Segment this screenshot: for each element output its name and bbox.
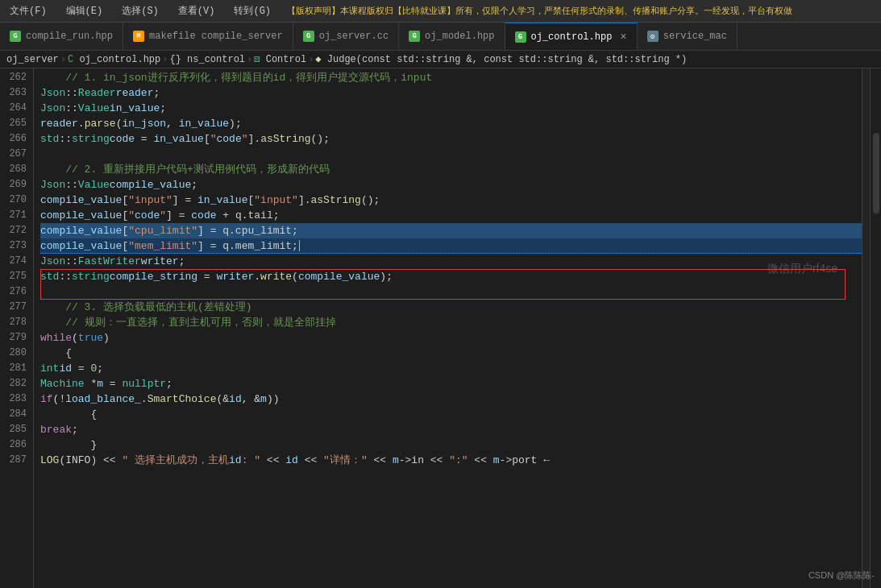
breadcrumb-ns-icon: {} [169,54,187,65]
tab-icon-compile_run: G [10,31,21,42]
line-number-269: 269 [3,177,27,193]
line-number-282: 282 [3,376,27,391]
tab-icon-makefile: M [133,31,144,42]
tab-label-service_mac: service_mac [663,31,727,42]
breadcrumb-sep-0: › [60,54,66,65]
line-number-265: 265 [3,116,27,131]
line-number-284: 284 [3,407,27,422]
code-line-263: Json::Reader reader; [40,85,862,101]
line-number-272: 272 [3,223,27,238]
line-number-278: 278 [3,315,27,330]
line-number-267: 267 [3,147,27,162]
breadcrumb-item-1[interactable]: C oj_control.hpp [68,54,160,65]
code-line-277: // 3. 选择负载最低的主机(差错处理) [40,300,862,315]
code-line-287: LOG(INFO) << " 选择主机成功，主机id: " << id << "… [40,453,862,468]
tab-label-oj_control: oj_control.hpp [531,31,613,43]
menu-goto[interactable]: 转到(G) [231,2,274,19]
line-number-275: 275 [3,269,27,284]
scrollbar-track[interactable] [873,133,879,213]
code-line-282: Machine *m = nullptr; [40,376,862,391]
tab-oj_model[interactable]: Goj_model.hpp [399,23,505,50]
code-line-266: std::string code = in_value["code"].asSt… [40,131,862,147]
breadcrumb-sep-2: › [247,54,252,65]
breadcrumb-item-4[interactable]: ◆ Judge(const std::string &, const std::… [315,53,687,65]
breadcrumb-class-icon: ⚄ [254,54,265,65]
line-number-263: 263 [3,85,27,101]
breadcrumb: oj_server › C oj_control.hpp › {} ns_con… [0,51,881,68]
code-line-286: } [40,437,862,453]
code-line-280: { [40,346,862,361]
editor-container: 2622632642652662672682692702712722732742… [0,68,881,588]
tab-compile_run[interactable]: Gcompile_run.hpp [0,23,123,50]
code-line-265: reader.parse(in_json, in_value); [40,116,862,131]
code-line-279: while(true) [40,330,862,346]
line-number-273: 273 [3,238,27,254]
code-line-276 [40,284,862,300]
tab-label-oj_server: oj_server.cc [319,31,389,42]
tab-service_mac[interactable]: ⚙service_mac [638,23,738,50]
code-line-274: Json::FastWriter writer; [40,254,862,269]
menu-select[interactable]: 选择(S) [118,2,162,19]
code-line-273: compile_value["mem_limit"] = q.mem_limit… [40,238,862,254]
line-number-287: 287 [3,453,27,468]
text-cursor [299,240,300,251]
title-bar: 文件(F) 编辑(E) 选择(S) 查看(V) 转到(G) 【版权声明】本课程版… [0,0,881,23]
tab-label-compile_run: compile_run.hpp [26,31,113,42]
minimap [862,68,870,588]
code-line-264: Json::Value in_value; [40,101,862,116]
tab-icon-oj_server: G [303,31,314,42]
code-area[interactable]: 微信用户rf4se // 1. in_json进行反序列化，得到题目的id，得到… [34,68,862,588]
line-number-274: 274 [3,254,27,269]
line-number-286: 286 [3,437,27,453]
breadcrumb-fn-icon: ◆ [315,54,326,65]
csdn-watermark: CSDN @陈陈陈- [808,569,875,582]
copyright-notice: 【版权声明】本课程版权归【比特就业课】所有，仅限个人学习，严禁任何形式的录制、传… [287,5,875,17]
code-line-281: int id = 0; [40,361,862,376]
tab-icon-service_mac: ⚙ [647,31,659,42]
code-line-272: compile_value["cpu_limit"] = q.cpu_limit… [40,223,862,238]
breadcrumb-item-3[interactable]: ⚄ Control [254,53,306,65]
line-number-285: 285 [3,422,27,437]
code-line-275: std::string compile_string = writer.writ… [40,269,862,284]
line-number-283: 283 [3,391,27,407]
line-number-281: 281 [3,361,27,376]
tab-label-makefile: makefile compile_server [149,31,283,42]
line-number-264: 264 [3,101,27,116]
menu-edit[interactable]: 编辑(E) [63,2,106,19]
menu-file[interactable]: 文件(F) [6,2,50,19]
breadcrumb-file-icon: C [68,54,79,65]
code-line-269: Json::Value compile_value; [40,177,862,193]
code-line-270: compile_value["input"] = in_value["input… [40,193,862,208]
code-line-262: // 1. in_json进行反序列化，得到题目的id，得到用户提交源代码，in… [40,70,862,85]
breadcrumb-sep-3: › [308,54,314,65]
scrollbar-area[interactable] [870,68,881,588]
tab-oj_server[interactable]: Goj_server.cc [293,23,399,50]
code-line-271: compile_value["code"] = code + q.tail; [40,208,862,223]
line-number-276: 276 [3,284,27,300]
line-number-262: 262 [3,70,27,85]
line-number-279: 279 [3,330,27,346]
tab-oj_control[interactable]: Goj_control.hpp× [505,23,638,50]
code-line-278: // 规则：一直选择，直到主机可用，否则，就是全部挂掉 [40,315,862,330]
tab-icon-oj_control: G [515,31,526,43]
line-number-280: 280 [3,346,27,361]
tab-icon-oj_model: G [409,31,420,42]
line-number-271: 271 [3,208,27,223]
tab-label-oj_model: oj_model.hpp [425,31,494,42]
code-line-283: if(!load_blance_.SmartChoice(&id, &m)) [40,391,862,407]
breadcrumb-item-2[interactable]: {} ns_control [169,54,245,65]
tab-bar: Gcompile_run.hppMmakefile compile_server… [0,23,881,51]
line-number-270: 270 [3,193,27,208]
breadcrumb-item-0[interactable]: oj_server [6,54,59,65]
menu-view[interactable]: 查看(V) [175,2,218,19]
breadcrumb-sep-1: › [162,54,168,65]
code-line-267 [40,147,862,162]
code-line-284: { [40,407,862,422]
code-line-285: break; [40,422,862,437]
line-numbers: 2622632642652662672682692702712722732742… [0,68,34,588]
code-line-268: // 2. 重新拼接用户代码+测试用例代码，形成新的代码 [40,162,862,177]
line-number-266: 266 [3,131,27,147]
tab-makefile[interactable]: Mmakefile compile_server [123,23,293,50]
line-number-268: 268 [3,162,27,177]
tab-close-oj_control[interactable]: × [620,31,626,43]
